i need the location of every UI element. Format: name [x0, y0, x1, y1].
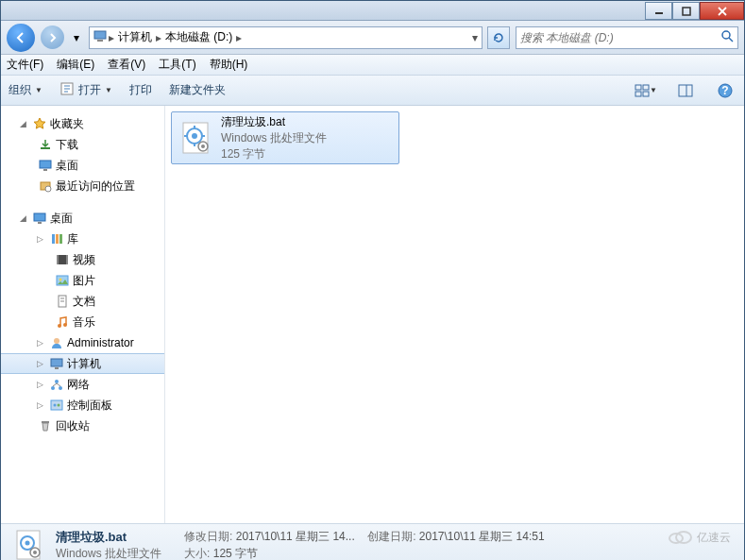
menu-help[interactable]: 帮助(H)	[210, 57, 248, 73]
svg-rect-10	[643, 85, 649, 90]
svg-point-6	[722, 31, 730, 39]
file-size-label: 125 字节	[221, 146, 395, 162]
tree-label: 视频	[71, 252, 95, 268]
svg-point-58	[676, 532, 691, 543]
svg-rect-4	[94, 31, 106, 39]
tree-network[interactable]: ▷ 网络	[1, 374, 164, 395]
svg-point-51	[201, 144, 205, 148]
help-button[interactable]: ?	[714, 81, 737, 100]
svg-rect-9	[635, 85, 641, 90]
svg-rect-11	[635, 92, 641, 96]
desktop-icon	[37, 160, 54, 171]
print-button[interactable]: 打印	[129, 82, 152, 98]
menu-bar: 文件(F) 编辑(E) 查看(V) 工具(T) 帮助(H)	[1, 55, 744, 76]
maximize-button[interactable]	[672, 2, 700, 20]
refresh-button[interactable]	[487, 26, 510, 49]
tree-downloads[interactable]: 下载	[1, 134, 164, 155]
svg-line-7	[729, 38, 733, 42]
details-size-value: 125 字节	[213, 547, 258, 560]
expand-icon: ▷	[37, 234, 48, 244]
watermark: 亿速云	[667, 529, 731, 546]
address-dropdown-icon[interactable]: ▾	[472, 31, 478, 44]
file-list-area[interactable]: 清理垃圾.bat Windows 批处理文件 125 字节	[165, 106, 744, 523]
preview-pane-button[interactable]	[674, 81, 697, 100]
tree-control-panel[interactable]: ▷ 控制面板	[1, 395, 164, 416]
tree-pictures[interactable]: 图片	[1, 270, 164, 291]
svg-rect-5	[97, 40, 103, 42]
svg-rect-25	[56, 234, 59, 244]
search-icon[interactable]	[720, 29, 734, 45]
nav-forward-button[interactable]	[41, 25, 64, 49]
nav-history-dropdown[interactable]: ▾	[70, 27, 83, 48]
toolbar-newfolder-label: 新建文件夹	[169, 82, 226, 98]
organize-button[interactable]: 组织 ▼	[8, 82, 42, 98]
svg-point-31	[59, 279, 62, 281]
tree-administrator[interactable]: ▷ Administrator	[1, 332, 164, 353]
toolbar-print-label: 打印	[129, 82, 152, 98]
tree-label: 下载	[54, 137, 78, 153]
tree-documents[interactable]: 文档	[1, 291, 164, 312]
close-button[interactable]	[700, 2, 744, 20]
address-bar[interactable]: ▸ 计算机 ▸ 本地磁盘 (D:) ▸ ▾	[89, 26, 483, 49]
details-modified-label: 修改日期:	[184, 530, 232, 543]
svg-point-56	[33, 551, 37, 554]
star-icon	[31, 117, 48, 130]
svg-rect-26	[59, 234, 62, 244]
breadcrumb-drive-d[interactable]: 本地磁盘 (D:)	[161, 29, 236, 45]
tree-desktop-root[interactable]: ◢ 桌面	[1, 208, 164, 229]
svg-rect-17	[41, 147, 50, 149]
tree-music[interactable]: 音乐	[1, 312, 164, 332]
video-icon	[54, 254, 71, 265]
tree-label: 最近访问的位置	[54, 178, 135, 195]
tree-desktop-link[interactable]: 桌面	[1, 155, 164, 176]
details-file-type: Windows 批处理文件	[56, 546, 161, 561]
svg-point-41	[51, 386, 55, 390]
svg-rect-13	[679, 85, 692, 96]
nav-back-button[interactable]	[7, 24, 35, 52]
address-row: ▾ ▸ 计算机 ▸ 本地磁盘 (D:) ▸ ▾	[1, 21, 744, 55]
crumb-sep-icon: ▸	[236, 31, 242, 44]
tree-recent[interactable]: 最近访问的位置	[1, 176, 164, 196]
svg-point-49	[192, 133, 197, 139]
tree-label: 桌面	[48, 211, 73, 227]
details-size-label: 大小:	[184, 547, 210, 560]
svg-rect-1	[683, 8, 690, 15]
view-options-button[interactable]: ▼	[635, 81, 657, 100]
chevron-down-icon: ▼	[35, 86, 42, 94]
tree-computer[interactable]: ▷ 计算机	[1, 353, 164, 374]
tree-label: 收藏夹	[48, 116, 84, 132]
minimize-button[interactable]	[645, 2, 672, 20]
app-icon	[59, 81, 75, 99]
network-icon	[48, 378, 65, 391]
document-icon	[54, 295, 71, 308]
svg-point-35	[58, 324, 61, 328]
tree-videos[interactable]: 视频	[1, 249, 164, 270]
new-folder-button[interactable]: 新建文件夹	[169, 82, 226, 98]
svg-rect-43	[51, 400, 62, 410]
file-name-label: 清理垃圾.bat	[221, 114, 395, 130]
tree-label: Administrator	[65, 336, 134, 349]
tree-label: 文档	[71, 294, 95, 310]
picture-icon	[54, 275, 71, 286]
tree-library[interactable]: ▷ 库	[1, 229, 164, 249]
tree-favorites[interactable]: ◢ 收藏夹	[1, 113, 164, 134]
menu-tools[interactable]: 工具(T)	[159, 57, 195, 73]
watermark-text: 亿速云	[697, 530, 731, 546]
details-modified-value: 2017\10\11 星期三 14...	[236, 530, 355, 543]
open-button[interactable]: 打开 ▼	[59, 81, 112, 99]
search-box[interactable]	[516, 26, 738, 49]
expand-icon: ▷	[37, 338, 48, 348]
file-item-selected[interactable]: 清理垃圾.bat Windows 批处理文件 125 字节	[171, 111, 399, 164]
menu-edit[interactable]: 编辑(E)	[57, 57, 94, 73]
desktop-icon	[31, 212, 48, 224]
search-input[interactable]	[520, 31, 720, 44]
details-file-name: 清理垃圾.bat	[56, 529, 161, 546]
tree-label: 图片	[71, 273, 95, 289]
svg-point-21	[45, 186, 51, 192]
menu-file[interactable]: 文件(F)	[7, 57, 43, 73]
menu-view[interactable]: 查看(V)	[108, 57, 145, 73]
breadcrumb-computer[interactable]: 计算机	[114, 29, 156, 45]
tree-label: 回收站	[54, 418, 90, 434]
tree-recycle-bin[interactable]: 回收站	[1, 416, 164, 436]
svg-rect-24	[52, 234, 55, 244]
